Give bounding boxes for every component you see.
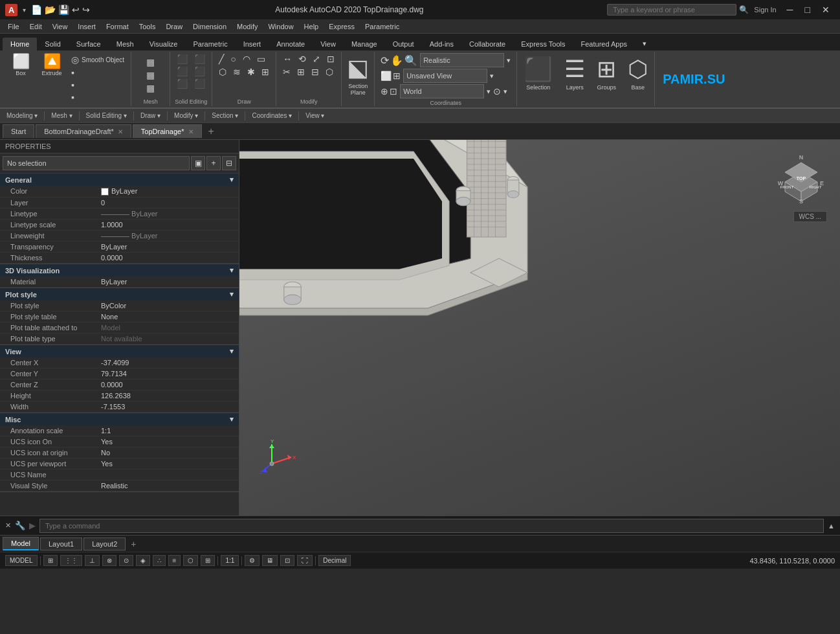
- menu-parametric[interactable]: Parametric: [360, 21, 404, 32]
- tab-parametric[interactable]: Parametric: [185, 38, 235, 51]
- tab-more[interactable]: ▾: [635, 37, 654, 51]
- wcs-label[interactable]: WCS ...: [793, 211, 827, 222]
- coord-icon-1[interactable]: ⊕: [381, 86, 388, 96]
- modify-btn-6[interactable]: ⊞: [294, 66, 307, 78]
- prop-section-3d-header[interactable]: 3D Visualization ▾: [0, 264, 239, 277]
- menu-modify[interactable]: Modify: [232, 21, 263, 32]
- ribbon-small-4[interactable]: ▪: [69, 104, 127, 109]
- menu-help[interactable]: Help: [299, 21, 324, 32]
- tab-view[interactable]: View: [313, 38, 344, 51]
- orbit-icon[interactable]: ⟳: [381, 54, 389, 67]
- modify-btn-7[interactable]: ⊟: [309, 66, 322, 78]
- grid-toggle-btn[interactable]: ⊞: [43, 555, 58, 566]
- modify-btn-5[interactable]: ✂: [280, 66, 293, 78]
- mesh-btn-1[interactable]: ▦: [144, 56, 157, 68]
- tab-model[interactable]: Model: [3, 537, 39, 550]
- undo-icon[interactable]: ↩: [72, 5, 80, 15]
- ribbon-small-1[interactable]: ▪: [69, 67, 127, 78]
- visual-style-dropdown[interactable]: Realistic Wireframe Conceptual: [420, 53, 504, 67]
- draw-dropdown-btn[interactable]: Draw ▾: [137, 111, 164, 120]
- menu-express[interactable]: Express: [324, 21, 360, 32]
- cmdline-x-btn[interactable]: ✕: [5, 521, 11, 530]
- ribbon-small-2[interactable]: ▪: [69, 79, 127, 91]
- restore-button[interactable]: □: [800, 3, 815, 16]
- ribbon-small-3[interactable]: ▪: [69, 91, 127, 103]
- smooth-object-button[interactable]: ◎ Smooth Object: [69, 53, 127, 66]
- view-icon-3[interactable]: ⊞: [393, 71, 401, 81]
- tab-top-drainage[interactable]: TopDrainage* ✕: [133, 124, 202, 138]
- tab-manage[interactable]: Manage: [344, 38, 385, 51]
- modify-btn-2[interactable]: ⟲: [296, 53, 309, 65]
- modify-btn-4[interactable]: ⊡: [324, 53, 337, 65]
- draw-btn-7[interactable]: ✱: [245, 66, 258, 78]
- viewcube[interactable]: TOP RIGHT FRONT N S E W: [775, 153, 827, 205]
- new-icon[interactable]: 📄: [31, 5, 42, 15]
- prop-section-plot-header[interactable]: Plot style ▾: [0, 288, 239, 300]
- close-button[interactable]: ✕: [817, 3, 835, 16]
- draw-circle-btn[interactable]: ○: [228, 53, 238, 65]
- ortho-btn[interactable]: ⊥: [85, 555, 100, 566]
- tab-bottom-drainage-draft[interactable]: BottomDrainageDraft* ✕: [36, 124, 131, 138]
- add-tab-button[interactable]: +: [203, 124, 219, 139]
- lineweight-toggle-btn[interactable]: ≡: [168, 555, 181, 566]
- tab-top-drainage-close[interactable]: ✕: [188, 128, 193, 135]
- coord-icon-2[interactable]: ⊡: [390, 86, 397, 96]
- tab-express-tools[interactable]: Express Tools: [513, 38, 573, 51]
- draw-arc-btn[interactable]: ◠: [240, 53, 253, 65]
- model-status-btn[interactable]: MODEL: [5, 555, 38, 566]
- viewport[interactable]: [-][Custom View][Realistic] TOP RIGHT FR…: [239, 140, 840, 515]
- search-input[interactable]: [607, 4, 736, 16]
- mesh-dropdown-btn[interactable]: Mesh ▾: [47, 111, 76, 120]
- save-icon[interactable]: 💾: [58, 5, 69, 15]
- open-icon[interactable]: 📂: [45, 5, 56, 15]
- annotation-scale-btn[interactable]: 1:1: [221, 555, 239, 566]
- draw-rect-btn[interactable]: ▭: [254, 53, 268, 65]
- otrack-btn[interactable]: ∴: [153, 555, 166, 566]
- tab-bottom-drainage-close[interactable]: ✕: [118, 128, 123, 135]
- tab-addins[interactable]: Add-ins: [422, 38, 461, 51]
- redo-icon[interactable]: ↪: [82, 5, 90, 15]
- units-btn[interactable]: Decimal: [318, 555, 351, 566]
- fullscreen-btn[interactable]: ⛶: [297, 555, 313, 566]
- menu-edit[interactable]: Edit: [25, 21, 47, 32]
- layers-button[interactable]: ☰ Layers: [559, 53, 590, 105]
- prop-selection-dropdown[interactable]: No selection: [3, 156, 190, 170]
- snap-toggle-btn[interactable]: ⋮⋮: [60, 555, 82, 566]
- tab-layout2[interactable]: Layout2: [83, 538, 126, 550]
- tab-annotate[interactable]: Annotate: [269, 38, 313, 51]
- modify-btn-8[interactable]: ⬡: [323, 66, 336, 78]
- modify-btn-3[interactable]: ⤢: [310, 53, 323, 65]
- solid-edit-btn-4[interactable]: ⬛: [192, 53, 208, 65]
- menu-tools[interactable]: Tools: [134, 21, 161, 32]
- solid-editing-dropdown-btn[interactable]: Solid Editing ▾: [82, 111, 131, 120]
- modify-dropdown-btn[interactable]: Modify ▾: [170, 111, 202, 120]
- 3dosnap-btn[interactable]: ◈: [136, 555, 150, 566]
- tab-mesh[interactable]: Mesh: [109, 38, 142, 51]
- draw-btn-5[interactable]: ⬡: [216, 66, 229, 78]
- solid-edit-btn-6[interactable]: ⬛: [192, 78, 208, 89]
- menu-dimension[interactable]: Dimension: [188, 21, 232, 32]
- prop-toggle-btn[interactable]: ⊟: [222, 156, 236, 170]
- menu-draw[interactable]: Draw: [160, 21, 188, 32]
- tab-layout1[interactable]: Layout1: [40, 538, 82, 550]
- view-dropdown[interactable]: Unsaved View Top Front: [403, 69, 487, 83]
- minimize-button[interactable]: ─: [782, 3, 799, 16]
- ucs-icon[interactable]: ⊙: [493, 86, 501, 96]
- menu-view[interactable]: View: [47, 21, 73, 32]
- cmd-up-icon[interactable]: ▲: [828, 522, 835, 530]
- groups-button[interactable]: ⊞ Groups: [591, 53, 621, 105]
- pan-icon[interactable]: ✋: [390, 54, 403, 67]
- menu-file[interactable]: File: [3, 21, 25, 32]
- hardware-btn[interactable]: 🖥: [262, 555, 278, 566]
- tab-surface[interactable]: Surface: [69, 38, 109, 51]
- solid-edit-btn-3[interactable]: ⬛: [174, 78, 190, 89]
- cmdline-wrench-icon[interactable]: 🔧: [15, 521, 25, 530]
- section-dropdown-btn[interactable]: Section ▾: [208, 111, 242, 120]
- zoom-icon[interactable]: 🔍: [404, 54, 417, 67]
- tab-featured[interactable]: Featured Apps: [573, 38, 636, 51]
- trans-btn[interactable]: ⬡: [183, 555, 198, 566]
- polar-btn[interactable]: ⊗: [102, 555, 116, 566]
- tab-collaborate[interactable]: Collaborate: [461, 38, 513, 51]
- prop-add-btn[interactable]: +: [206, 156, 221, 170]
- menu-insert[interactable]: Insert: [72, 21, 101, 32]
